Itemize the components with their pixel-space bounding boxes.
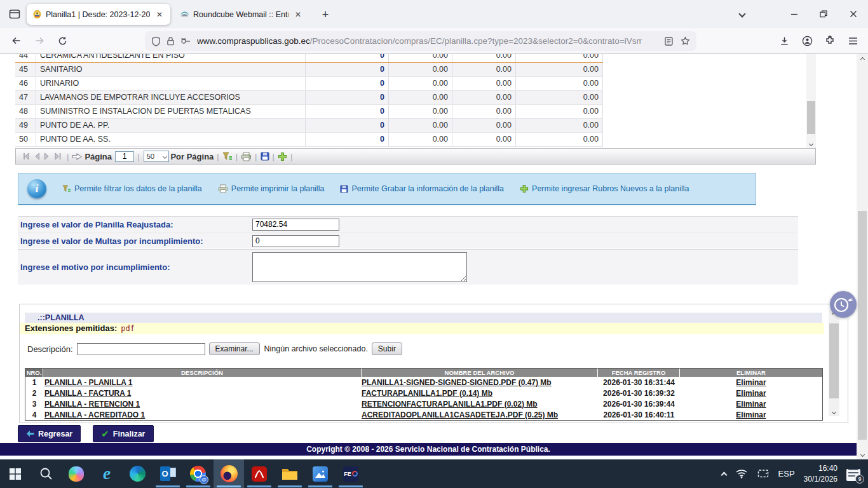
delete-link[interactable]: Eliminar	[736, 389, 766, 398]
delete-link[interactable]: Eliminar	[736, 400, 766, 409]
table-row[interactable]: 48 SUMINISTRO E INSTALACION DE PUERTAS M…	[15, 105, 603, 119]
firefox-view-button[interactable]	[5, 5, 24, 23]
search-button[interactable]	[31, 459, 61, 488]
tray-chevron-icon[interactable]	[722, 468, 726, 480]
file-description-link[interactable]: PLANILLA - RETENCION 1	[44, 400, 140, 409]
url-text[interactable]: www.compraspublicas.gob.ec/ProcesoContra…	[197, 36, 642, 46]
main-scrollbar[interactable]	[857, 54, 868, 459]
item-valor-1: 0.00	[389, 77, 452, 90]
next-page-button[interactable]	[44, 152, 50, 160]
item-valor-1: 0.00	[389, 91, 452, 104]
print-icon[interactable]	[241, 152, 252, 161]
scroll-up-arrow-icon[interactable]	[857, 54, 868, 64]
tab-close-icon[interactable]: ✕	[293, 10, 303, 19]
table-row[interactable]: 44 CERAMICA ANTIDESLIZANTE EN PISO 0 0.0…	[15, 54, 603, 63]
account-button[interactable]	[797, 31, 817, 50]
file-name-link[interactable]: ACREDITADOPLANILLA1CASADETEJA.PDF (0.25)…	[362, 410, 558, 419]
restore-button[interactable]	[809, 0, 838, 27]
close-window-button[interactable]	[838, 0, 868, 27]
item-valor-1: 0.00	[389, 105, 452, 118]
tab-close-icon[interactable]: ✕	[154, 10, 165, 19]
main-scrollbar-thumb[interactable]	[858, 211, 867, 440]
page-input[interactable]	[115, 151, 134, 162]
delete-link[interactable]: Eliminar	[736, 378, 766, 387]
files-table-header: NRO. DESCRIPCIÓN NOMBRE DEL ARCHIVO FECH…	[25, 369, 822, 377]
finalizar-button[interactable]: ✔ Finalizar	[93, 425, 153, 442]
prev-page-button[interactable]	[34, 152, 40, 160]
minimize-button[interactable]	[780, 0, 809, 27]
language-indicator[interactable]: ESP	[778, 469, 795, 478]
new-tab-button[interactable]: +	[316, 6, 334, 24]
table-row[interactable]: 47 LAVAMANOS DE EMPOTRAR INCLUYE ACCESOR…	[15, 91, 603, 105]
photos-icon[interactable]	[305, 459, 336, 488]
shield-icon[interactable]	[151, 36, 161, 46]
clock[interactable]: 16:40 30/1/2026	[804, 463, 837, 484]
outlook-icon[interactable]: O	[153, 459, 183, 488]
info-item-label: Permite imprimir la planilla	[231, 184, 325, 193]
start-button[interactable]	[0, 459, 31, 488]
table-row[interactable]: 45 SANITARIO 0 0.00 0.00 0.00	[15, 63, 603, 77]
save-icon[interactable]	[261, 152, 269, 161]
downloads-button[interactable]	[774, 31, 794, 50]
scroll-down-arrow-icon[interactable]	[806, 139, 816, 148]
lock-icon[interactable]	[166, 36, 175, 46]
tab-list-button[interactable]	[731, 0, 754, 27]
file-name-link[interactable]: PLANILLA1-SIGNED-SIGNED-SIGNED.PDF (0.47…	[362, 378, 552, 387]
go-to-page-icon[interactable]	[72, 152, 82, 161]
internet-explorer-icon[interactable]: e	[92, 459, 122, 488]
cast-icon[interactable]	[757, 469, 770, 479]
subir-button[interactable]: Subir	[372, 342, 402, 355]
file-description-link[interactable]: PLANILLA - FACTURA 1	[44, 389, 131, 398]
reload-button[interactable]	[52, 31, 72, 50]
extensions-button[interactable]	[820, 31, 840, 50]
browser-tab-roundcube[interactable]: Roundcube Webmail :: Entrada ✕	[174, 4, 309, 25]
firefox-icon[interactable]	[214, 459, 244, 488]
frame-scrollbar[interactable]	[829, 309, 839, 416]
table-scrollbar[interactable]	[806, 54, 816, 148]
scroll-down-arrow-icon[interactable]	[857, 449, 868, 459]
menu-button[interactable]	[843, 31, 863, 50]
file-description-link[interactable]: PLANILLA - PLANILLA 1	[44, 378, 132, 387]
info-item-save: Permite Grabar la información de la plan…	[340, 184, 504, 193]
planilla-reajustada-input[interactable]	[252, 219, 339, 231]
reader-mode-icon[interactable]	[665, 37, 673, 46]
frame-scrollbar-thumb[interactable]	[829, 323, 839, 398]
url-path: /ProcesoContratacion/compras/EC/planilla…	[310, 36, 642, 46]
file-name-link[interactable]: FACTURAPLANILLA1.PDF (0.14) Mb	[362, 389, 492, 398]
acrobat-icon[interactable]	[244, 459, 275, 488]
file-date: 2026-01-30 16:40:11	[598, 410, 680, 419]
edge-icon[interactable]	[122, 459, 153, 488]
copilot-icon[interactable]	[61, 459, 92, 488]
browser-tab-planilla[interactable]: Planilla1 | Desde: 2023-12-20 | H ✕	[27, 4, 170, 25]
table-row[interactable]: 49 PUNTO DE AA. PP. 0 0.00 0.00 0.00	[15, 119, 603, 133]
add-rubro-icon[interactable]	[278, 152, 287, 161]
url-bar[interactable]: www.compraspublicas.gob.ec/ProcesoContra…	[145, 31, 696, 51]
file-description-link[interactable]: PLANILLA - ACREDITADO 1	[44, 410, 145, 419]
chrome-icon[interactable]: @	[183, 459, 214, 488]
regresar-button[interactable]: Regresar	[18, 425, 81, 442]
per-page-select[interactable]: 50	[144, 151, 169, 162]
examinar-button[interactable]: Examinar...	[209, 342, 260, 355]
descripcion-input[interactable]	[77, 343, 205, 355]
file-explorer-icon[interactable]	[275, 459, 305, 488]
bookmark-star-icon[interactable]	[681, 36, 690, 46]
scroll-down-arrow-icon[interactable]	[829, 407, 839, 416]
table-row[interactable]: 46 URINARIO 0 0.00 0.00 0.00	[15, 77, 603, 91]
last-page-button[interactable]	[54, 152, 62, 160]
notifications-button[interactable]: 9	[846, 467, 862, 481]
motivo-textarea[interactable]	[252, 252, 467, 282]
first-page-button[interactable]	[22, 152, 30, 160]
file-name-link[interactable]: RETENCIONFACTURAPLANILLA1.PDF (0.02) Mb	[362, 400, 538, 409]
back-button[interactable]	[6, 31, 27, 50]
fes-app-icon[interactable]: FE	[336, 459, 366, 488]
item-nro: 47	[15, 91, 36, 104]
multas-input[interactable]	[252, 235, 339, 247]
delete-link[interactable]: Eliminar	[736, 410, 766, 419]
filter-icon[interactable]	[222, 152, 233, 161]
table-row[interactable]: 50 PUNTO DE AA. SS. 0 0.00 0.00 0.00	[15, 133, 603, 147]
table-scrollbar-thumb[interactable]	[807, 101, 815, 134]
floating-clock-widget[interactable]	[830, 291, 857, 318]
forward-button[interactable]	[29, 31, 50, 50]
wifi-icon[interactable]	[735, 469, 748, 478]
permissions-icon[interactable]	[180, 38, 191, 44]
